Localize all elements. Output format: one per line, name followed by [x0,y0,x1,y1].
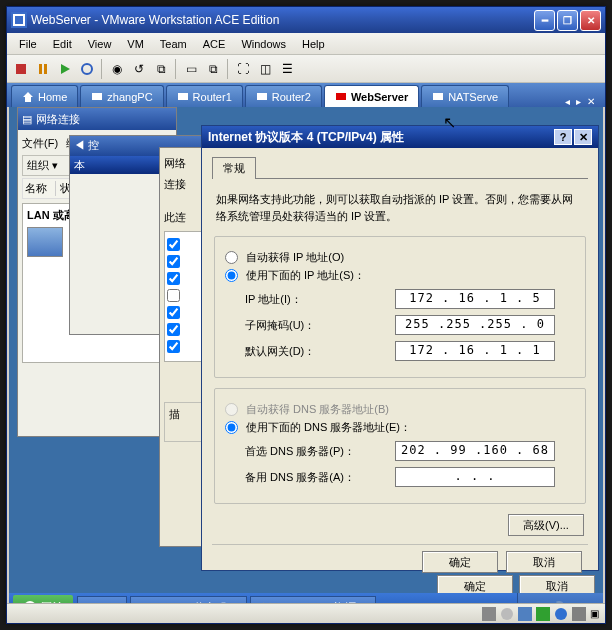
monitor-icon [432,91,444,103]
quick-switch-icon[interactable]: ⧉ [203,59,223,79]
svg-rect-5 [44,64,47,74]
monitor-icon [91,91,103,103]
radio-manual-ip-label: 使用下面的 IP 地址(S)： [246,268,365,283]
input-subnet-mask[interactable]: 255 .255 .255 . 0 [395,315,555,335]
manage-snapshot-icon[interactable]: ⧉ [151,59,171,79]
snapshot-icon[interactable]: ◉ [107,59,127,79]
revert-icon[interactable]: ↺ [129,59,149,79]
radio-manual-dns[interactable] [225,421,238,434]
home-icon [22,91,34,103]
pause-icon[interactable] [33,59,53,79]
tab-zhangpc[interactable]: zhangPC [80,85,163,107]
svg-rect-22 [536,607,550,621]
help-button[interactable]: ? [554,129,572,145]
radio-auto-dns-label: 自动获得 DNS 服务器地址(B) [246,402,389,417]
vmware-main-window: WebServer - VMware Workstation ACE Editi… [6,6,606,624]
monitor-icon [177,91,189,103]
window-title: WebServer - VMware Workstation ACE Editi… [31,13,534,27]
device-sound-icon[interactable] [554,607,568,621]
radio-auto-ip[interactable] [225,251,238,264]
label-mask: 子网掩码(U)： [245,318,395,333]
tab-controls: ◂ ▸ ✕ [563,96,601,107]
ok-button[interactable]: 确定 [422,551,498,573]
close-button[interactable]: ✕ [580,10,601,31]
device-network-icon[interactable] [536,607,550,621]
power-off-icon[interactable] [11,59,31,79]
advanced-button[interactable]: 高级(V)... [508,514,584,536]
svg-rect-9 [92,93,102,100]
menubar: File Edit View VM Team ACE Windows Help [7,33,605,55]
tab-router1[interactable]: Router1 [166,85,243,107]
titlebar: WebServer - VMware Workstation ACE Editi… [7,7,605,33]
nc-titlebar: ▤ 网络连接 [18,108,176,130]
svg-rect-12 [336,93,346,100]
label-gateway: 默认网关(D)： [245,344,395,359]
svg-marker-6 [61,64,70,74]
svg-rect-4 [39,64,42,74]
menu-view[interactable]: View [80,36,120,52]
menu-vm[interactable]: VM [119,36,152,52]
tab-webserver[interactable]: WebServer [324,85,419,107]
input-alternate-dns[interactable]: . . . [395,467,555,487]
summary-icon[interactable]: ☰ [277,59,297,79]
menu-windows[interactable]: Windows [233,36,294,52]
ipv4-titlebar: Internet 协议版本 4 (TCP/IPv4) 属性 ? ✕ [202,126,598,148]
tab-router2[interactable]: Router2 [245,85,322,107]
tab-scroll-left-icon[interactable]: ◂ [563,96,572,107]
input-preferred-dns[interactable]: 202 . 99 .160 . 68 [395,441,555,461]
adapter-icon [27,227,63,257]
radio-auto-dns [225,403,238,416]
minimize-button[interactable]: ━ [534,10,555,31]
menu-team[interactable]: Team [152,36,195,52]
nc-col-name: 名称 [25,181,47,196]
menu-edit[interactable]: Edit [45,36,80,52]
unity-icon[interactable]: ◫ [255,59,275,79]
device-cd-icon[interactable] [500,607,514,621]
menu-file[interactable]: File [11,36,45,52]
svg-point-23 [555,608,567,620]
grab-indicator-icon: ▣ [590,608,599,619]
tab-natserve[interactable]: NATServe [421,85,509,107]
input-ip-address[interactable]: 172 . 16 . 1 . 5 [395,289,555,309]
ipv4-tabstrip: 常规 [212,156,588,179]
svg-rect-3 [16,64,26,74]
ipv4-description: 如果网络支持此功能，则可以获取自动指派的 IP 设置。否则，您需要从网络系统管理… [216,191,584,224]
svg-marker-8 [23,92,33,102]
radio-manual-ip[interactable] [225,269,238,282]
svg-rect-11 [257,93,267,100]
monitor-icon [335,91,347,103]
svg-rect-19 [482,607,496,621]
radio-manual-dns-label: 使用下面的 DNS 服务器地址(E)： [246,420,411,435]
fullscreen-icon[interactable]: ⛶ [233,59,253,79]
dns-group: 自动获得 DNS 服务器地址(B) 使用下面的 DNS 服务器地址(E)： 首选… [214,388,586,504]
maximize-button[interactable]: ❐ [557,10,578,31]
nc-icon: ▤ [22,113,32,126]
reset-icon[interactable] [77,59,97,79]
label-ip: IP 地址(I)： [245,292,395,307]
vmware-icon [11,12,27,28]
ipv4-properties-dialog: Internet 协议版本 4 (TCP/IPv4) 属性 ? ✕ 常规 如果网… [201,125,599,571]
tab-home[interactable]: Home [11,85,78,107]
label-dns1: 首选 DNS 服务器(P)： [245,444,395,459]
device-hdd-icon[interactable] [482,607,496,621]
device-usb-icon[interactable] [572,607,586,621]
tab-general[interactable]: 常规 [212,157,256,179]
input-default-gateway[interactable]: 172 . 16 . 1 . 1 [395,341,555,361]
nc-organize[interactable]: 组织 ▾ [27,158,58,173]
guest-desktop: ▤ 网络连接 文件(F) 编辑(E) 组织 ▾ 视图 名称 状态 LAN 或高速… [9,107,603,621]
midwin-back-icon[interactable]: ◀ [74,139,85,151]
vm-tabbar: Home zhangPC Router1 Router2 WebServer N… [7,83,605,107]
cancel-button[interactable]: 取消 [506,551,582,573]
device-floppy-icon[interactable] [518,607,532,621]
nc-menu-file[interactable]: 文件(F) [22,136,58,151]
show-console-icon[interactable]: ▭ [181,59,201,79]
play-icon[interactable] [55,59,75,79]
menu-help[interactable]: Help [294,36,333,52]
toolbar: ◉ ↺ ⧉ ▭ ⧉ ⛶ ◫ ☰ [7,55,605,83]
tab-close-icon[interactable]: ✕ [585,96,597,107]
label-dns2: 备用 DNS 服务器(A)： [245,470,395,485]
dialog-close-button[interactable]: ✕ [574,129,592,145]
tab-scroll-right-icon[interactable]: ▸ [574,96,583,107]
ip-group: 自动获得 IP 地址(O) 使用下面的 IP 地址(S)： IP 地址(I)： … [214,236,586,378]
menu-ace[interactable]: ACE [195,36,234,52]
